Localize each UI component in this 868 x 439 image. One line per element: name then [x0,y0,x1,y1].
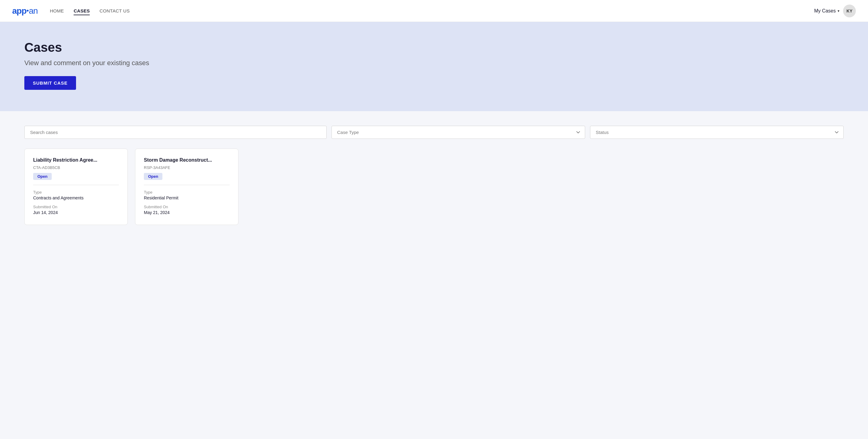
hero-section: Cases View and comment on your existing … [0,22,868,111]
case-card[interactable]: Storm Damage Reconstruct... RSP-3A43AFE … [135,149,239,225]
avatar-initials: KY [846,8,852,13]
nav-link-cases[interactable]: CASES [73,8,90,15]
chevron-down-icon: ▾ [838,9,839,13]
card-divider [33,185,119,185]
page-title: Cases [24,40,844,55]
nav-link-contact[interactable]: CONTACT US [99,8,130,13]
card-type-value: Residential Permit [144,196,229,200]
cases-grid: Liability Restriction Agree... CTA-AD3B5… [24,149,844,225]
case-type-select[interactable]: Case Type All Types Contracts and Agreem… [332,126,585,139]
card-submitted-value: Jun 14, 2024 [33,210,119,215]
my-cases-label: My Cases [814,8,836,14]
logo[interactable]: appan [12,6,38,16]
card-title: Storm Damage Reconstruct... [144,157,229,163]
search-input[interactable] [24,126,327,139]
nav-item-home[interactable]: HOME [50,8,64,14]
card-type-value: Contracts and Agreements [33,196,119,200]
card-submitted-label: Submitted On [33,205,119,209]
card-submitted-value: May 21, 2024 [144,210,229,215]
my-cases-button[interactable]: My Cases ▾ [814,8,839,14]
nav-item-contact[interactable]: CONTACT US [99,8,130,14]
navbar: appan HOME CASES CONTACT US My Cases ▾ K… [0,0,868,22]
status-badge: Open [144,173,162,180]
submit-case-button[interactable]: SUBMIT CASE [24,76,76,90]
filters: Case Type All Types Contracts and Agreem… [24,126,844,139]
avatar[interactable]: KY [843,5,856,17]
navbar-right: My Cases ▾ KY [814,5,856,17]
status-badge: Open [33,173,52,180]
hero-subtitle: View and comment on your existing cases [24,59,844,67]
card-title: Liability Restriction Agree... [33,157,119,163]
card-id: RSP-3A43AFE [144,165,229,170]
nav-link-home[interactable]: HOME [50,8,64,13]
case-card[interactable]: Liability Restriction Agree... CTA-AD3B5… [24,149,128,225]
card-divider [144,185,229,185]
card-type-label: Type [144,190,229,195]
status-select[interactable]: Status All Statuses Open Closed Pending [590,126,844,139]
logo-text: appan [12,6,38,16]
card-submitted-label: Submitted On [144,205,229,209]
nav-links: HOME CASES CONTACT US [50,8,130,14]
card-type-label: Type [33,190,119,195]
nav-item-cases[interactable]: CASES [73,8,90,14]
card-id: CTA-AD3B5CB [33,165,119,170]
main-content: Case Type All Types Contracts and Agreem… [0,111,868,240]
